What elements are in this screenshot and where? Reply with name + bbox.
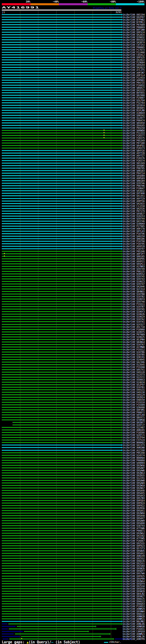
alignment-bar[interactable] bbox=[2, 110, 121, 111]
alignment-label[interactable]: UniRef100_O49129 bbox=[123, 394, 145, 396]
alignment-label[interactable]: UniRef100_A9PHQ1 bbox=[123, 79, 145, 82]
alignment-label[interactable]: UniRef100_O49130 bbox=[123, 391, 145, 394]
alignment-label[interactable]: UniRef100_Q39745 bbox=[123, 275, 145, 278]
alignment-label[interactable]: UniRef100_B7FHB2 bbox=[123, 18, 145, 21]
alignment-label[interactable]: UniRef100_P07689 bbox=[123, 24, 145, 26]
alignment-label[interactable]: UniRef100_P10053 bbox=[123, 605, 145, 608]
alignment-row[interactable]: UniRef100_O50053 bbox=[0, 378, 146, 381]
alignment-row[interactable]: UniRef100_O22645 bbox=[0, 364, 146, 366]
alignment-label[interactable]: UniRef100_Q96542 bbox=[123, 114, 145, 117]
alignment-label[interactable]: UniRef100_Q40250 bbox=[123, 235, 145, 238]
alignment-bar[interactable] bbox=[2, 278, 121, 280]
alignment-label[interactable]: UniRef100_Q107B2 bbox=[123, 296, 145, 298]
alignment-bar[interactable] bbox=[2, 452, 121, 453]
alignment-row[interactable]: UniRef100_O24045 bbox=[0, 358, 146, 361]
alignment-row[interactable]: UniRef100_B3H5S2 bbox=[0, 273, 146, 275]
alignment-row[interactable]: UniRef100_Q39745 bbox=[0, 275, 146, 278]
alignment-bar[interactable] bbox=[2, 180, 121, 181]
alignment-label[interactable]: UniRef100_P16031 bbox=[123, 628, 145, 630]
alignment-label[interactable]: UniRef100_P00871 bbox=[123, 530, 145, 532]
alignment-label[interactable]: UniRef100_Q9ZRS6 bbox=[123, 507, 145, 510]
alignment-label[interactable]: UniRef100_Q9SBU5 bbox=[123, 550, 145, 552]
alignment-row[interactable]: UniRef100_O49129 bbox=[0, 394, 146, 396]
alignment-bar[interactable] bbox=[2, 190, 121, 191]
alignment-row[interactable]: UniRef100_Q9AUJ3 bbox=[0, 600, 146, 603]
alignment-row[interactable]: UniRef100_Q9ZRS5 bbox=[0, 474, 146, 477]
alignment-bar[interactable] bbox=[2, 155, 121, 156]
alignment-label[interactable]: UniRef100_Q5I8Y4 bbox=[123, 104, 145, 107]
alignment-bar[interactable] bbox=[2, 437, 121, 438]
alignment-bar[interactable] bbox=[2, 216, 121, 216]
alignment-bar[interactable] bbox=[2, 465, 121, 466]
alignment-bar[interactable] bbox=[2, 475, 121, 476]
alignment-row[interactable]: UniRef100_O22077 bbox=[0, 117, 146, 119]
alignment-row[interactable]: UniRef100_Q43832 bbox=[0, 190, 146, 192]
alignment-bar[interactable] bbox=[2, 427, 121, 428]
alignment-label[interactable]: UniRef100_Q39744 bbox=[123, 218, 145, 220]
alignment-bar[interactable] bbox=[2, 414, 121, 415]
alignment-row[interactable]: UniRef100_A2ZJQ0 bbox=[0, 449, 146, 452]
alignment-label[interactable]: UniRef100_Q106Z6 bbox=[123, 313, 145, 316]
alignment-row[interactable]: UniRef100_Q9SNZ6 bbox=[0, 567, 146, 570]
alignment-bar[interactable] bbox=[2, 389, 121, 390]
alignment-row[interactable]: UniRef100_O24574 bbox=[0, 454, 146, 457]
alignment-label[interactable]: UniRef100_Q9ZWG4 bbox=[123, 580, 145, 582]
alignment-label[interactable]: UniRef100_P26574 bbox=[123, 160, 145, 162]
alignment-bar[interactable] bbox=[2, 195, 121, 196]
alignment-label[interactable]: UniRef100_P26573 bbox=[123, 147, 145, 150]
alignment-bar[interactable] bbox=[2, 573, 121, 574]
alignment-label[interactable]: UniRef100_Q9SAX2 bbox=[123, 552, 145, 555]
alignment-bar[interactable] bbox=[2, 185, 121, 186]
alignment-bar[interactable] bbox=[2, 432, 121, 433]
alignment-row[interactable]: UniRef100_A9XP20 bbox=[0, 245, 146, 248]
alignment-row[interactable]: UniRef100_P07089 bbox=[0, 333, 146, 336]
alignment-bar[interactable] bbox=[2, 218, 121, 219]
alignment-label[interactable]: UniRef100_P00869 bbox=[123, 26, 145, 28]
alignment-label[interactable]: UniRef100_O49131 bbox=[123, 388, 145, 391]
alignment-row[interactable]: UniRef100_Q9FEE4 bbox=[0, 500, 146, 502]
alignment-row[interactable]: UniRef100_P26574 bbox=[0, 160, 146, 162]
alignment-label[interactable]: UniRef100_B6RHQ3 bbox=[123, 441, 145, 444]
alignment-label[interactable]: UniRef100_P08705 bbox=[123, 167, 145, 170]
alignment-bar[interactable] bbox=[2, 478, 121, 478]
alignment-row[interactable]: UniRef100_Q106Y5 bbox=[0, 331, 146, 333]
alignment-label[interactable]: UniRef100_Q575T3 bbox=[123, 547, 145, 550]
alignment-bar[interactable] bbox=[2, 399, 121, 400]
alignment-row[interactable]: UniRef100_Q2QTJ1 bbox=[0, 434, 146, 436]
alignment-label[interactable]: UniRef100_Q38793 bbox=[123, 524, 145, 527]
alignment-bar[interactable] bbox=[2, 97, 121, 98]
alignment-row[interactable]: UniRef100_A9PJL4 bbox=[0, 74, 146, 76]
alignment-bar[interactable] bbox=[2, 502, 121, 504]
alignment-row[interactable]: UniRef100_Q6RWD8 bbox=[0, 129, 146, 132]
alignment-label[interactable]: UniRef100_Q9SNZ7 bbox=[123, 595, 145, 598]
alignment-bar[interactable] bbox=[2, 183, 121, 184]
alignment-label[interactable]: UniRef100_Q9ZP07 bbox=[123, 16, 145, 18]
alignment-bar[interactable] bbox=[2, 334, 121, 335]
alignment-label[interactable]: UniRef100_P07180 bbox=[123, 142, 145, 144]
alignment-label[interactable]: UniRef100_P05346 bbox=[123, 250, 145, 253]
alignment-row[interactable]: UniRef100_A9YTZ9 bbox=[0, 198, 146, 200]
alignment-row[interactable]: UniRef100_Q9TLH4 bbox=[0, 414, 146, 416]
alignment-bar[interactable] bbox=[2, 359, 121, 360]
alignment-row[interactable]: UniRef100_P16032 bbox=[0, 84, 146, 86]
alignment-row[interactable]: UniRef100_A9XP95 bbox=[0, 258, 146, 260]
alignment-bar[interactable] bbox=[2, 525, 121, 526]
alignment-bar[interactable] bbox=[9, 638, 113, 640]
alignment-row[interactable]: UniRef100_Q9FUJ4 bbox=[0, 31, 146, 34]
alignment-bar[interactable] bbox=[2, 42, 121, 43]
alignment-row[interactable]: UniRef100_P10798 bbox=[0, 240, 146, 242]
alignment-bar[interactable] bbox=[2, 271, 121, 272]
alignment-label[interactable]: UniRef100_B8LMN2 bbox=[123, 620, 145, 623]
alignment-label[interactable]: UniRef100_Q9XGX5 bbox=[123, 124, 145, 127]
alignment-label[interactable]: UniRef100_P26577 bbox=[123, 134, 145, 137]
alignment-bar[interactable] bbox=[2, 203, 121, 204]
alignment-label[interactable]: UniRef100_Q106Z5 bbox=[123, 336, 145, 338]
alignment-row[interactable]: UniRef100_A9NM29 bbox=[0, 608, 146, 610]
alignment-bar[interactable] bbox=[24, 631, 88, 632]
alignment-label[interactable]: UniRef100_Q9SPL1 bbox=[123, 263, 145, 265]
alignment-label[interactable]: UniRef100_Q106Z4 bbox=[123, 316, 145, 318]
alignment-label[interactable]: UniRef100_Q9SP00 bbox=[123, 578, 145, 580]
alignment-bar[interactable] bbox=[2, 515, 121, 516]
alignment-bar[interactable] bbox=[2, 211, 121, 212]
alignment-row[interactable]: UniRef100_Q04450 bbox=[0, 122, 146, 124]
